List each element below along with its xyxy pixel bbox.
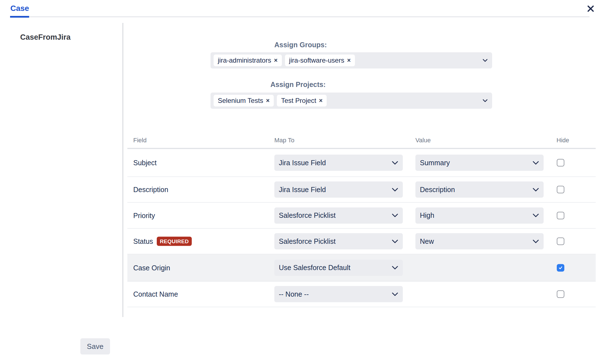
table-row: Priority Salesforce Picklist High [127, 203, 596, 229]
hide-checkbox[interactable] [557, 186, 564, 193]
assign-groups-multiselect[interactable]: jira-administrators × jira-software-user… [211, 52, 492, 68]
project-chip[interactable]: Test Project × [277, 95, 327, 107]
group-chip[interactable]: jira-software-users × [285, 55, 355, 66]
map-to-select[interactable]: Use Salesforce Default [274, 260, 403, 276]
chevron-down-icon [392, 266, 398, 270]
check-icon [558, 265, 563, 270]
column-header-value: Value [415, 137, 431, 144]
chevron-down-icon [392, 240, 398, 243]
chip-remove-icon[interactable]: × [347, 57, 351, 63]
chevron-down-icon [483, 99, 488, 102]
tab-case[interactable]: Case [10, 4, 29, 13]
assign-projects-multiselect[interactable]: Selenium Tests × Test Project × [211, 93, 492, 109]
close-icon[interactable] [586, 4, 596, 14]
table-row: Description Jira Issue Field Description [127, 177, 596, 203]
hide-checkbox[interactable] [557, 290, 564, 298]
assign-groups-label: Assign Groups: [274, 41, 327, 49]
chevron-down-icon [392, 188, 398, 192]
active-tab-underline [10, 16, 29, 18]
project-chip[interactable]: Selenium Tests × [214, 95, 274, 107]
mapping-name-label: CaseFromJira [20, 33, 71, 42]
column-header-field: Field [133, 137, 147, 144]
field-label: Status [133, 237, 153, 245]
field-label: Priority [133, 211, 155, 219]
hide-checkbox[interactable] [557, 264, 564, 271]
field-label: Case Origin [133, 264, 170, 272]
tab-bar-divider [29, 16, 590, 17]
chip-remove-icon[interactable]: × [274, 57, 278, 63]
map-to-select[interactable]: Salesforce Picklist [274, 207, 403, 224]
field-label: Subject [133, 159, 156, 167]
value-select[interactable]: Summary [415, 155, 544, 171]
chip-remove-icon[interactable]: × [266, 98, 270, 104]
chevron-down-icon [533, 240, 539, 243]
assign-projects-label: Assign Projects: [270, 81, 326, 89]
chevron-down-icon [483, 59, 488, 62]
value-select[interactable]: Description [415, 181, 544, 198]
hide-checkbox[interactable] [557, 238, 564, 245]
chevron-down-icon [392, 292, 398, 296]
mapping-dialog: Case CaseFromJira Assign Groups: jira-ad… [0, 0, 608, 364]
field-label: Contact Name [133, 290, 178, 298]
map-to-select[interactable]: Jira Issue Field [274, 181, 403, 198]
hide-checkbox[interactable] [557, 159, 564, 167]
map-to-select[interactable]: -- None -- [274, 286, 403, 302]
chevron-down-icon [392, 161, 398, 165]
chevron-down-icon [392, 214, 398, 217]
group-chip[interactable]: jira-administrators × [214, 55, 282, 66]
map-to-select[interactable]: Jira Issue Field [274, 155, 403, 171]
chevron-down-icon [533, 188, 539, 192]
chip-remove-icon[interactable]: × [319, 98, 323, 104]
chevron-down-icon [533, 214, 539, 217]
value-select[interactable]: High [415, 207, 544, 224]
column-header-map-to: Map To [274, 137, 294, 144]
required-badge: REQUIRED [157, 237, 192, 246]
save-button[interactable]: Save [80, 338, 110, 354]
sidebar-divider [123, 23, 123, 317]
table-row: Status REQUIRED Salesforce Picklist New [127, 229, 596, 254]
table-row: Contact Name -- None -- [127, 282, 596, 307]
column-header-hide: Hide [556, 137, 569, 144]
hide-checkbox[interactable] [557, 212, 564, 219]
table-row: Subject Jira Issue Field Summary [127, 149, 596, 177]
chevron-down-icon [533, 161, 539, 165]
table-row: Case Origin Use Salesforce Default [127, 254, 596, 282]
field-label: Description [133, 186, 168, 194]
value-select[interactable]: New [415, 233, 544, 249]
map-to-select[interactable]: Salesforce Picklist [274, 233, 403, 249]
